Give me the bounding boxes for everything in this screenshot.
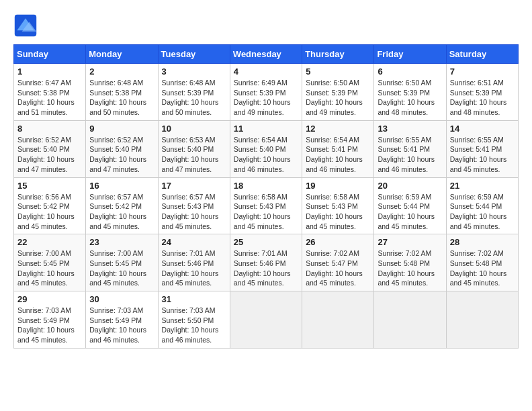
calendar-cell: 8 Sunrise: 6:52 AM Sunset: 5:40 PM Dayli… [14,120,86,177]
day-info: Sunrise: 6:50 AM Sunset: 5:39 PM Dayligh… [306,78,370,118]
day-info: Sunrise: 6:54 AM Sunset: 5:41 PM Dayligh… [306,135,370,175]
calendar-cell: 13 Sunrise: 6:55 AM Sunset: 5:41 PM Dayl… [374,120,446,177]
day-info: Sunrise: 6:48 AM Sunset: 5:38 PM Dayligh… [89,78,154,118]
day-number: 13 [378,124,442,134]
calendar-cell: 22 Sunrise: 7:00 AM Sunset: 5:45 PM Dayl… [14,234,86,291]
day-number: 15 [17,181,82,191]
day-number: 11 [234,124,298,134]
day-number: 20 [378,181,442,191]
column-header-monday: Monday [86,45,158,64]
day-info: Sunrise: 6:47 AM Sunset: 5:38 PM Dayligh… [17,78,82,118]
day-info: Sunrise: 6:52 AM Sunset: 5:40 PM Dayligh… [17,135,82,175]
calendar-cell: 2 Sunrise: 6:48 AM Sunset: 5:38 PM Dayli… [86,64,158,121]
calendar-cell: 18 Sunrise: 6:58 AM Sunset: 5:43 PM Dayl… [230,177,302,234]
day-info: Sunrise: 7:00 AM Sunset: 5:45 PM Dayligh… [17,248,82,288]
column-header-wednesday: Wednesday [230,45,302,64]
day-number: 30 [89,294,154,304]
day-number: 3 [162,66,226,77]
day-number: 14 [450,124,515,134]
day-number: 9 [89,124,154,134]
calendar-cell: 17 Sunrise: 6:57 AM Sunset: 5:43 PM Dayl… [158,177,230,234]
calendar-cell: 24 Sunrise: 7:01 AM Sunset: 5:46 PM Dayl… [158,234,230,291]
day-info: Sunrise: 6:59 AM Sunset: 5:44 PM Dayligh… [450,192,515,232]
calendar-cell [230,291,302,349]
calendar-cell: 9 Sunrise: 6:52 AM Sunset: 5:40 PM Dayli… [86,120,158,177]
day-number: 27 [378,237,442,247]
day-number: 19 [306,181,370,191]
day-info: Sunrise: 6:55 AM Sunset: 5:41 PM Dayligh… [450,135,515,175]
day-info: Sunrise: 6:53 AM Sunset: 5:40 PM Dayligh… [162,135,226,175]
day-info: Sunrise: 6:58 AM Sunset: 5:43 PM Dayligh… [234,192,298,232]
calendar-cell: 23 Sunrise: 7:00 AM Sunset: 5:45 PM Dayl… [86,234,158,291]
day-number: 24 [162,237,226,247]
calendar-cell: 31 Sunrise: 7:03 AM Sunset: 5:50 PM Dayl… [158,291,230,349]
calendar-cell: 16 Sunrise: 6:57 AM Sunset: 5:42 PM Dayl… [86,177,158,234]
day-info: Sunrise: 6:59 AM Sunset: 5:44 PM Dayligh… [378,192,442,232]
day-info: Sunrise: 7:02 AM Sunset: 5:48 PM Dayligh… [378,248,442,288]
calendar-table: SundayMondayTuesdayWednesdayThursdayFrid… [13,44,519,349]
calendar-header-row: SundayMondayTuesdayWednesdayThursdayFrid… [14,45,519,64]
calendar-cell: 5 Sunrise: 6:50 AM Sunset: 5:39 PM Dayli… [302,64,374,121]
calendar-cell: 30 Sunrise: 7:03 AM Sunset: 5:49 PM Dayl… [86,291,158,349]
calendar-cell: 28 Sunrise: 7:02 AM Sunset: 5:48 PM Dayl… [446,234,518,291]
day-info: Sunrise: 7:01 AM Sunset: 5:46 PM Dayligh… [234,248,298,288]
day-info: Sunrise: 6:48 AM Sunset: 5:39 PM Dayligh… [162,78,226,118]
calendar-week-row: 22 Sunrise: 7:00 AM Sunset: 5:45 PM Dayl… [14,234,519,291]
day-number: 18 [234,181,298,191]
calendar-cell: 15 Sunrise: 6:56 AM Sunset: 5:42 PM Dayl… [14,177,86,234]
day-info: Sunrise: 7:01 AM Sunset: 5:46 PM Dayligh… [162,248,226,288]
day-info: Sunrise: 6:51 AM Sunset: 5:39 PM Dayligh… [450,78,515,118]
day-number: 31 [162,294,226,304]
calendar-cell: 25 Sunrise: 7:01 AM Sunset: 5:46 PM Dayl… [230,234,302,291]
day-info: Sunrise: 7:00 AM Sunset: 5:45 PM Dayligh… [89,248,154,288]
calendar-week-row: 29 Sunrise: 7:03 AM Sunset: 5:49 PM Dayl… [14,291,519,349]
calendar-cell: 14 Sunrise: 6:55 AM Sunset: 5:41 PM Dayl… [446,120,518,177]
calendar-cell: 20 Sunrise: 6:59 AM Sunset: 5:44 PM Dayl… [374,177,446,234]
calendar-week-row: 8 Sunrise: 6:52 AM Sunset: 5:40 PM Dayli… [14,120,519,177]
calendar-cell: 27 Sunrise: 7:02 AM Sunset: 5:48 PM Dayl… [374,234,446,291]
day-info: Sunrise: 6:49 AM Sunset: 5:39 PM Dayligh… [234,78,298,118]
day-number: 1 [17,66,82,77]
day-number: 16 [89,181,154,191]
calendar-cell: 6 Sunrise: 6:50 AM Sunset: 5:39 PM Dayli… [374,64,446,121]
day-number: 26 [306,237,370,247]
day-number: 21 [450,181,515,191]
day-number: 6 [378,66,442,77]
calendar-cell: 1 Sunrise: 6:47 AM Sunset: 5:38 PM Dayli… [14,64,86,121]
column-header-friday: Friday [374,45,446,64]
calendar-cell [374,291,446,349]
column-header-sunday: Sunday [14,45,86,64]
calendar-cell: 3 Sunrise: 6:48 AM Sunset: 5:39 PM Dayli… [158,64,230,121]
calendar-cell: 21 Sunrise: 6:59 AM Sunset: 5:44 PM Dayl… [446,177,518,234]
day-info: Sunrise: 6:55 AM Sunset: 5:41 PM Dayligh… [378,135,442,175]
calendar-cell: 19 Sunrise: 6:58 AM Sunset: 5:43 PM Dayl… [302,177,374,234]
calendar-cell: 10 Sunrise: 6:53 AM Sunset: 5:40 PM Dayl… [158,120,230,177]
day-info: Sunrise: 7:03 AM Sunset: 5:49 PM Dayligh… [17,306,82,345]
day-number: 7 [450,66,515,77]
day-info: Sunrise: 6:57 AM Sunset: 5:42 PM Dayligh… [89,192,154,232]
logo [13,13,42,38]
calendar-week-row: 15 Sunrise: 6:56 AM Sunset: 5:42 PM Dayl… [14,177,519,234]
day-number: 2 [89,66,154,77]
calendar-cell [446,291,518,349]
day-info: Sunrise: 6:52 AM Sunset: 5:40 PM Dayligh… [89,135,154,175]
day-number: 12 [306,124,370,134]
day-number: 5 [306,66,370,77]
day-number: 23 [89,237,154,247]
day-number: 8 [17,124,82,134]
page-header [13,13,519,38]
logo-icon [13,13,38,38]
column-header-thursday: Thursday [302,45,374,64]
day-number: 22 [17,237,82,247]
calendar-cell: 11 Sunrise: 6:54 AM Sunset: 5:40 PM Dayl… [230,120,302,177]
day-info: Sunrise: 6:56 AM Sunset: 5:42 PM Dayligh… [17,192,82,232]
day-info: Sunrise: 7:03 AM Sunset: 5:49 PM Dayligh… [89,306,154,345]
day-info: Sunrise: 6:58 AM Sunset: 5:43 PM Dayligh… [306,192,370,232]
day-number: 17 [162,181,226,191]
calendar-week-row: 1 Sunrise: 6:47 AM Sunset: 5:38 PM Dayli… [14,64,519,121]
calendar-cell: 7 Sunrise: 6:51 AM Sunset: 5:39 PM Dayli… [446,64,518,121]
day-info: Sunrise: 7:03 AM Sunset: 5:50 PM Dayligh… [162,306,226,345]
column-header-tuesday: Tuesday [158,45,230,64]
day-info: Sunrise: 7:02 AM Sunset: 5:48 PM Dayligh… [450,248,515,288]
day-number: 29 [17,294,82,304]
